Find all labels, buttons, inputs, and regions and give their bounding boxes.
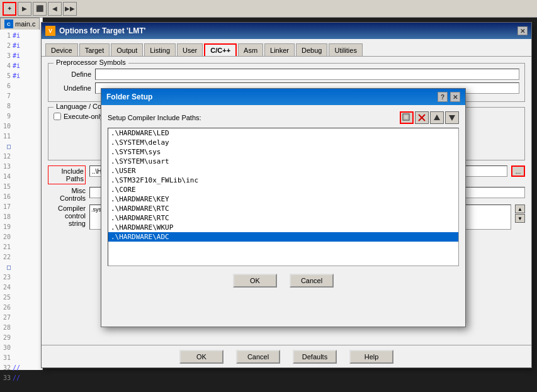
tab-device[interactable]: Device (45, 43, 78, 56)
compiler-scroll-up[interactable]: ▲ (515, 204, 525, 213)
options-title-icon: V (45, 26, 55, 36)
code-line: 25 (0, 292, 43, 302)
code-line: 2#i (0, 40, 43, 50)
folder-close-button[interactable]: ✕ (450, 92, 460, 102)
define-row: Define (54, 69, 519, 80)
options-cancel-button[interactable]: Cancel (236, 350, 280, 364)
folder-add-button[interactable] (400, 111, 414, 124)
toolbar-btn-fwd[interactable]: ▶▶ (63, 2, 77, 16)
path-item[interactable]: .\SYSTEM\usart (108, 157, 458, 166)
path-item-selected[interactable]: .\HARDWARE\ADC (108, 232, 458, 242)
options-help-button[interactable]: Help (349, 350, 393, 364)
tab-linker[interactable]: Linker (264, 43, 295, 56)
toolbar-btn-cursor[interactable]: ✦ (3, 2, 16, 16)
define-label: Define (54, 70, 91, 78)
tabs-bar: Device Target Output Listing User C/C++ … (42, 39, 531, 57)
tab-output[interactable]: Output (111, 43, 143, 56)
options-ok-button[interactable]: OK (179, 350, 223, 364)
folder-ok-button[interactable]: OK (233, 274, 277, 288)
folder-title: Folder Setup (106, 92, 152, 101)
compiler-scroll-buttons: ▲ ▼ (515, 204, 525, 223)
svg-marker-5 (449, 115, 455, 121)
code-line: 16 (0, 191, 43, 201)
path-item[interactable]: .\SYSTEM\sys (108, 147, 458, 157)
code-lines: 1#i 2#i 3#i 4#i 5#i 6 7 8 9 10 11 □ 12 1… (0, 18, 43, 383)
folder-content: Setup Compiler Include Paths: .\HARDWARE… (101, 105, 465, 301)
path-item[interactable]: .\HARDWARE\WKUP (108, 223, 458, 232)
options-footer: OK Cancel Defaults Help (42, 345, 531, 367)
code-line: 8 (0, 101, 43, 111)
path-item[interactable]: .\HARDWARE\RTC (108, 204, 458, 213)
code-line: 19 (0, 221, 43, 232)
code-line: 22 (0, 252, 43, 262)
misc-label: MiscControls (48, 187, 86, 202)
folder-titlebar: Folder Setup ? ✕ (101, 89, 465, 105)
tab-user[interactable]: User (177, 43, 203, 56)
code-line: 5#i (0, 70, 43, 81)
code-line: 15 (0, 181, 43, 191)
code-line: 26 (0, 302, 43, 312)
tab-target[interactable]: Target (79, 43, 110, 56)
folder-down-button[interactable] (445, 111, 459, 124)
define-input[interactable] (95, 69, 519, 80)
folder-help-button[interactable]: ? (438, 92, 448, 102)
code-line: 18 (0, 211, 43, 221)
code-line: 27 (0, 312, 43, 322)
code-line: 14 (0, 171, 43, 181)
tab-utilities[interactable]: Utilities (329, 43, 362, 56)
tab-debug[interactable]: Debug (296, 43, 327, 56)
code-line: 23 (0, 272, 43, 282)
code-line: 24 (0, 282, 43, 292)
svg-rect-1 (404, 115, 408, 119)
path-item[interactable]: .\STM32F10x_FWLib\inc (108, 176, 458, 185)
include-paths-label: IncludePaths (48, 165, 86, 184)
tab-listing[interactable]: Listing (144, 43, 176, 56)
code-line: 12 (0, 151, 43, 161)
code-line: 32// (0, 362, 43, 372)
code-line: 6 (0, 81, 43, 91)
code-line: 20 (0, 232, 43, 242)
code-line: 11 (0, 131, 43, 141)
options-defaults-button[interactable]: Defaults (293, 350, 337, 364)
code-line: 10 (0, 121, 43, 131)
options-title: Options for Target 'LMT' (59, 26, 145, 35)
code-line: 13 (0, 161, 43, 171)
code-line: 1#i (0, 30, 43, 40)
code-line: 3#i (0, 50, 43, 60)
paths-list[interactable]: .\HARDWARE\LED .\SYSTEM\delay .\SYSTEM\s… (108, 128, 459, 266)
code-line: □ (0, 141, 43, 151)
path-item[interactable]: .\USER (108, 166, 458, 176)
code-line: 29 (0, 332, 43, 342)
path-item[interactable]: .\SYSTEM\delay (108, 138, 458, 147)
preprocessor-label: Preprocessor Symbols (54, 59, 128, 66)
options-titlebar: V Options for Target 'LMT' ✕ (42, 23, 531, 39)
code-line: □ (0, 262, 43, 272)
folder-toolbar-row: Setup Compiler Include Paths: (108, 111, 459, 124)
folder-delete-button[interactable] (415, 111, 429, 124)
path-item[interactable]: .\HARDWARE\KEY (108, 194, 458, 204)
path-item[interactable]: .\HARDWARE\LED (108, 128, 458, 138)
code-line: 7 (0, 91, 43, 101)
code-line: 9 (0, 111, 43, 121)
toolbar-btn-run[interactable]: ▶ (18, 2, 31, 16)
path-item[interactable]: .\CORE (108, 185, 458, 194)
tab-asm[interactable]: Asm (238, 43, 263, 56)
svg-marker-4 (434, 115, 440, 120)
tab-cpp[interactable]: C/C++ (204, 43, 237, 56)
folder-footer: OK Cancel (108, 266, 459, 295)
options-close-button[interactable]: ✕ (517, 26, 528, 35)
code-line: 21 (0, 242, 43, 252)
folder-up-button[interactable] (430, 111, 444, 124)
compiler-scroll-down[interactable]: ▼ (515, 214, 525, 223)
toolbar-btn-back[interactable]: ◀ (48, 2, 62, 16)
execute-only-checkbox[interactable] (54, 113, 61, 120)
toolbar: ✦ ▶ ⬛ ◀ ▶▶ (0, 0, 537, 18)
compiler-label: Compilercontrolstring (48, 204, 86, 227)
include-paths-browse-button[interactable]: ... (511, 165, 525, 177)
toolbar-btn-stop[interactable]: ⬛ (33, 2, 47, 16)
code-line: 28 (0, 322, 43, 332)
code-line: 30 (0, 342, 43, 352)
path-item[interactable]: .\HARDWARE\RTC (108, 213, 458, 223)
undefine-label: Undefine (54, 84, 91, 92)
folder-cancel-button[interactable]: Cancel (290, 274, 334, 288)
